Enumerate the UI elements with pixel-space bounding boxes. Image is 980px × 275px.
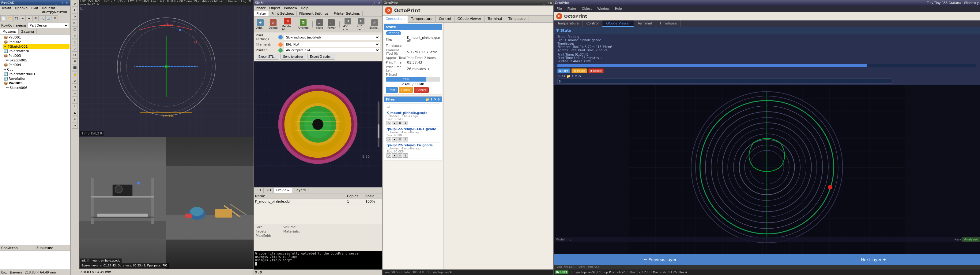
tool-16[interactable]: ∥	[72, 97, 78, 103]
tool-6[interactable]: ◁	[72, 33, 78, 39]
slicer-3d-view[interactable]: 8.30	[254, 62, 382, 187]
tree-pad001[interactable]: 📦 Pad001	[3, 35, 70, 40]
octo-minimize[interactable]: _	[543, 1, 545, 5]
octo-tab-terminal[interactable]: Terminal	[485, 16, 505, 23]
open-btn[interactable]: 📂	[7, 15, 13, 21]
tool-4[interactable]: ▷	[72, 20, 78, 26]
tree-sketch005[interactable]: ✏️ Sketch005	[5, 58, 70, 63]
files-actions[interactable]: 📁 ↑ ⟳ ⚙	[425, 98, 440, 101]
file-2-load[interactable]: ▷	[387, 137, 391, 141]
grafana-files-search[interactable]	[557, 79, 892, 84]
print-settings-select[interactable]: Slow and good (modified)	[284, 35, 380, 40]
send-to-printer-btn[interactable]: Send to printer	[280, 54, 306, 60]
tool-1[interactable]: ⊕	[72, 1, 78, 7]
tab-2d[interactable]: 2D	[264, 188, 274, 193]
slicer-tab-filament[interactable]: Filament Settings	[297, 11, 331, 16]
data-mode[interactable]: Данные	[10, 271, 22, 274]
tab-3d[interactable]: 3D	[254, 188, 264, 193]
slicer-scale-btn[interactable]: ⤢ Scale...	[368, 19, 381, 30]
slicer-tab-printer[interactable]: Printer Settings	[331, 11, 363, 16]
grafana-menu-plater[interactable]: Plater	[566, 7, 578, 11]
octo-tab-temperature[interactable]: Temperature	[408, 16, 436, 23]
prev-layer-button[interactable]: ← Previous layer	[554, 254, 767, 265]
grafana-menu-help[interactable]: Help	[614, 7, 623, 11]
tree-cut[interactable]: ✂️ Cut	[3, 67, 70, 72]
grafana-print-btn[interactable]: ▶ Print	[557, 68, 570, 73]
slicer-rotate-ccw-btn[interactable]: ↺ 45° ccw	[342, 17, 354, 32]
tree-polar001[interactable]: 🔄 PolarPattern001	[3, 72, 70, 76]
file-2-delete[interactable]: ✕	[398, 137, 402, 141]
octo-tab-connection[interactable]: Connection	[382, 16, 408, 23]
slicer-delete-btn[interactable]: × Delete	[267, 19, 279, 30]
tab-layers[interactable]: Layers	[292, 188, 309, 193]
maximize-icon[interactable]: □	[59, 1, 64, 5]
slicer-menu-help[interactable]: Help	[299, 6, 310, 10]
grafana-files-icons[interactable]: 📁 ↑ ⟳ ⚙	[566, 74, 581, 78]
slicer-menu-window[interactable]: Window	[283, 6, 298, 10]
export-stl-btn[interactable]: Export STL...	[256, 54, 279, 60]
minimize-icon[interactable]: _	[54, 1, 58, 5]
tree-revolution[interactable]: 🔃 Revolution	[3, 76, 70, 81]
close-icon[interactable]: ×	[65, 1, 69, 5]
menu-view[interactable]: Вид	[30, 6, 39, 14]
octo-close[interactable]: ×	[550, 1, 552, 5]
tree-pad003[interactable]: 📦 Pad003	[3, 54, 70, 58]
tool-19[interactable]: ⌗	[72, 116, 78, 122]
files-section-header[interactable]: Files 📁 ↑ ⟳ ⚙	[384, 96, 442, 102]
grafana-tab-control[interactable]: Control	[583, 21, 603, 27]
undo-btn[interactable]: ↩	[20, 15, 26, 21]
rotate-btn[interactable]: 🔄	[45, 15, 51, 21]
slicer-more-btn[interactable]: … More	[315, 19, 324, 30]
tab-preview[interactable]: Preview	[274, 188, 292, 193]
tool-7[interactable]: △	[72, 39, 78, 45]
files-search[interactable]	[386, 104, 440, 109]
file-2-name[interactable]: rpi-lp122-relay-B.Cu-1.gcode	[387, 127, 439, 131]
file-3-print[interactable]: ⏵	[392, 153, 397, 158]
tool-12[interactable]: 🔒	[72, 71, 78, 77]
file-1-load[interactable]: ▷	[387, 121, 391, 125]
next-layer-button[interactable]: Next layer +	[767, 254, 980, 265]
new-btn[interactable]: 📄	[0, 15, 6, 21]
slicer-arrange-btn[interactable]: ⊞ Arrange	[296, 19, 310, 30]
file-3-delete[interactable]: ✕	[398, 153, 402, 158]
filament-select[interactable]: BFL_PLA	[284, 42, 380, 47]
grafana-tab-timelapse[interactable]: Timelapse	[656, 21, 681, 27]
slicer-minimize[interactable]: _	[372, 1, 373, 5]
menu-file[interactable]: Файл	[1, 6, 12, 14]
tool-2[interactable]: ↕	[72, 7, 78, 13]
file-1-download[interactable]: ↓	[403, 121, 408, 125]
print-btn[interactable]: Print	[386, 87, 398, 93]
pause-btn[interactable]: Pause	[399, 87, 413, 93]
tree-pad004[interactable]: 📦 Pad004	[3, 63, 70, 67]
tab-model[interactable]: Модель	[0, 29, 19, 34]
view-btn[interactable]: 👁	[52, 15, 58, 21]
tool-5[interactable]: □	[72, 26, 78, 32]
grafana-menu-window[interactable]: Window	[596, 7, 610, 11]
slicer-tab-plater[interactable]: Plater	[254, 11, 269, 16]
tool-9[interactable]: ⬡	[72, 52, 78, 58]
menu-edit[interactable]: Правка	[13, 6, 29, 14]
tool-20[interactable]: ↔	[72, 123, 78, 129]
file-2-print[interactable]: ⏵	[392, 137, 397, 141]
tool-18[interactable]: ∠	[72, 110, 78, 116]
file-1-delete[interactable]: ✕	[398, 121, 402, 125]
tool-10[interactable]: ⊞	[72, 58, 78, 65]
octo-tab-gcode[interactable]: GCode Viewer	[455, 16, 485, 23]
file-1-name[interactable]: K_mount_pinhole.gcode	[387, 111, 439, 115]
zoom-fit-btn[interactable]: ⊡	[32, 15, 38, 21]
slicer-maximize[interactable]: □	[374, 1, 377, 5]
slicer-menu-plater[interactable]: Plater	[255, 6, 267, 10]
tree-sketch006[interactable]: ✏️ Sketch006	[5, 85, 70, 90]
file-3-load[interactable]: ▷	[387, 153, 391, 158]
tool-11[interactable]: ⬛	[72, 65, 78, 71]
obj-row-1[interactable]: K_mount_pinhole.obj 1 100%	[254, 199, 382, 204]
grafana-cancel-btn[interactable]: ■ Cancel	[588, 68, 604, 73]
printer-select[interactable]: A6_octoprint_174	[284, 47, 380, 53]
file-1-print[interactable]: ⏵	[392, 121, 397, 125]
octo-tab-control[interactable]: Control	[436, 16, 455, 23]
tool-15[interactable]: ≡	[72, 90, 78, 96]
view-mode[interactable]: Вид	[1, 271, 7, 274]
file-3-download[interactable]: ↓	[403, 153, 408, 158]
slicer-menu-object[interactable]: Object	[268, 6, 282, 10]
tree-polar[interactable]: 🔄 PolarPattern	[3, 49, 70, 54]
